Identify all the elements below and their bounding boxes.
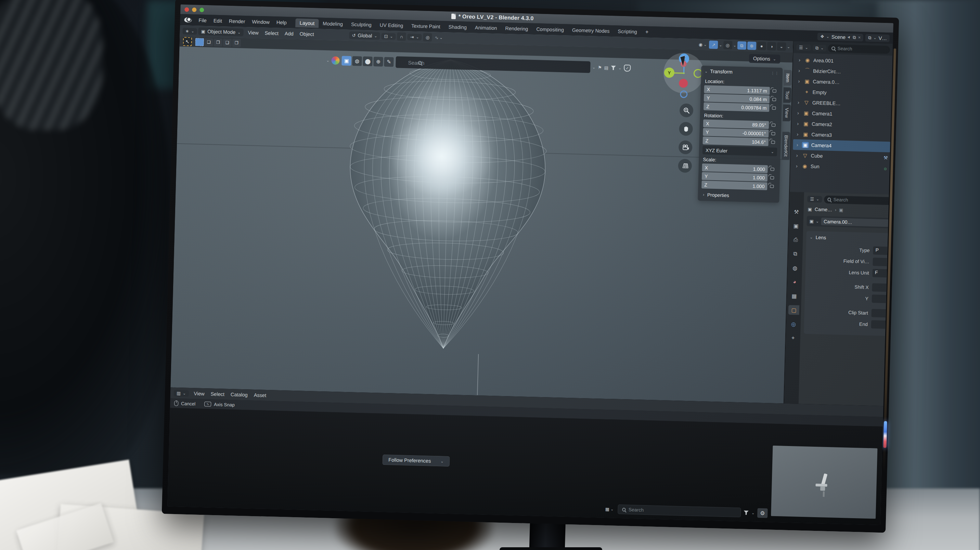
data-tab-icon[interactable]: ⌖ bbox=[788, 333, 799, 343]
show-overlays-toggle[interactable]: ◎ bbox=[723, 41, 732, 49]
properties-search[interactable] bbox=[824, 195, 889, 205]
chevron-down-icon[interactable]: ⌄ bbox=[816, 219, 819, 223]
property-value-field[interactable]: P bbox=[873, 246, 889, 255]
outliner-search[interactable] bbox=[828, 44, 890, 54]
select-mode-set-button[interactable] bbox=[196, 38, 204, 46]
viewlayer-tab-icon[interactable]: ⧉ bbox=[790, 249, 801, 259]
outliner-filter[interactable]: ⧉ ⌄ bbox=[813, 45, 827, 51]
mode-selector[interactable]: ▣ Object Mode ⌄ bbox=[198, 27, 243, 36]
viewport-menu-add[interactable]: Add bbox=[282, 30, 297, 38]
properties-search-input[interactable] bbox=[833, 197, 889, 204]
shading-material-button[interactable]: ◑ bbox=[767, 42, 776, 51]
minimize-window-button[interactable] bbox=[192, 7, 196, 12]
collapse-chevron-icon[interactable]: ⌄ bbox=[810, 235, 813, 239]
workspace-tab-rendering[interactable]: Rendering bbox=[501, 24, 533, 33]
rotation--z-field[interactable]: Z104.6° bbox=[703, 137, 768, 146]
chevron-down-icon[interactable]: ⌄ bbox=[751, 511, 755, 515]
outliner-item-sun[interactable]: ›◉Sun☼ bbox=[792, 161, 890, 173]
scale-x-field[interactable]: X1.000 bbox=[702, 164, 768, 173]
asset-editor-type[interactable]: ▥ ⌄ bbox=[174, 389, 189, 396]
filter-icon[interactable] bbox=[743, 510, 749, 515]
proportional-edit-toggle[interactable]: ◎ bbox=[423, 33, 432, 42]
xray-toggle[interactable]: ⧉ bbox=[737, 41, 747, 50]
select-box-tool-button[interactable]: ↖ bbox=[183, 37, 192, 46]
expander-icon[interactable]: › bbox=[795, 121, 800, 126]
sidebar-tab-view[interactable]: View bbox=[783, 104, 791, 121]
category-model-button[interactable]: ▣ bbox=[342, 56, 352, 66]
snap-toggle[interactable]: ∩ bbox=[397, 32, 406, 41]
import-method-dropdown[interactable]: Follow Preferences ⌄ bbox=[383, 455, 450, 467]
asset-menu-catalog[interactable]: Catalog bbox=[228, 391, 251, 399]
asset-menu-asset[interactable]: Asset bbox=[251, 391, 270, 399]
scale-z-field[interactable]: Z1.000 bbox=[702, 181, 767, 190]
camera-data-name-field[interactable]: Camera.00… bbox=[821, 218, 889, 227]
filter-icon[interactable] bbox=[611, 65, 616, 70]
zoom-window-button[interactable] bbox=[199, 8, 204, 12]
expander-icon[interactable]: › bbox=[795, 131, 800, 137]
shading-solid-button[interactable]: ● bbox=[757, 42, 767, 50]
asset-search[interactable] bbox=[617, 504, 741, 517]
collapse-chevron-icon[interactable]: ⌄ bbox=[326, 58, 329, 63]
expander-icon[interactable]: › bbox=[795, 163, 799, 168]
workspace-tab-shading[interactable]: Shading bbox=[444, 22, 471, 32]
shading-rendered-button[interactable]: ◒ bbox=[777, 43, 786, 51]
blenderkit-logo-icon[interactable] bbox=[331, 56, 340, 65]
workspace-tab-sculpting[interactable]: Sculpting bbox=[347, 19, 376, 29]
select-mode-invert-button[interactable]: ❑ bbox=[223, 39, 232, 47]
asset-menu-view[interactable]: View bbox=[191, 389, 208, 397]
collapse-chevron-icon[interactable]: ⌄ bbox=[705, 69, 708, 73]
expander-icon[interactable]: › bbox=[795, 152, 799, 158]
chevron-down-icon[interactable]: ⌄ bbox=[618, 66, 622, 70]
grid-ortho-button[interactable] bbox=[678, 159, 692, 173]
lock-open-icon[interactable] bbox=[770, 185, 774, 188]
property-value-field[interactable]: F bbox=[872, 269, 889, 278]
bookmark-icon[interactable]: ⚑ bbox=[598, 65, 602, 70]
viewlayer-selector[interactable]: ⧉ ⌄ V… bbox=[865, 34, 890, 42]
camera-view-button[interactable] bbox=[679, 140, 692, 154]
scene-tab-icon[interactable]: ◍ bbox=[789, 263, 801, 273]
location--y-field[interactable]: Y0.084 m bbox=[704, 94, 770, 103]
lock-open-icon[interactable] bbox=[770, 168, 774, 171]
panel-grip-icon[interactable]: ⋮⋮ bbox=[771, 71, 779, 75]
visibility-dropdown[interactable]: ◉ ⌄ bbox=[697, 40, 708, 49]
properties-editor-type[interactable]: ☰ ⌄ bbox=[807, 196, 822, 202]
scene-selector[interactable]: ❖ ⌄ Scene ➤ ⧉ × bbox=[818, 32, 864, 41]
asset-menu-select[interactable]: Select bbox=[207, 390, 228, 398]
expander-icon[interactable]: › bbox=[796, 110, 800, 116]
expander-icon[interactable]: › bbox=[795, 141, 799, 148]
viewport-menu-view[interactable]: View bbox=[245, 29, 262, 37]
sidebar-tab-blenderkit[interactable]: BlenderKit bbox=[781, 132, 790, 160]
snap-with-selector[interactable]: ⇥ ⌄ bbox=[407, 33, 422, 40]
workspace-tab-texture-paint[interactable]: Texture Paint bbox=[407, 21, 444, 31]
viewport-menu-object[interactable]: Object bbox=[296, 30, 317, 38]
world-tab-icon[interactable]: ◕ bbox=[789, 277, 800, 287]
options-button[interactable]: Options ⌄ bbox=[749, 54, 781, 64]
show-gizmos-toggle[interactable]: ↗ bbox=[709, 40, 718, 49]
asset-thumbnail[interactable] bbox=[812, 471, 837, 502]
expander-icon[interactable]: › bbox=[797, 67, 801, 73]
workspace-tab-geometry-nodes[interactable]: Geometry Nodes bbox=[568, 25, 614, 35]
verified-shield-icon[interactable]: ✓ bbox=[624, 65, 631, 72]
object-tab-icon[interactable]: ▢ bbox=[788, 305, 800, 315]
rotation--y-field[interactable]: Y-0.000001° bbox=[703, 128, 769, 138]
location--z-field[interactable]: Z0.009784 m bbox=[703, 102, 770, 112]
property-value-field[interactable] bbox=[873, 258, 889, 267]
sidebar-tab-item[interactable]: Item bbox=[784, 70, 792, 86]
render-tab-icon[interactable]: ▣ bbox=[791, 221, 802, 231]
chevron-down-icon[interactable]: ⌄ bbox=[592, 65, 596, 70]
outliner-search-input[interactable] bbox=[837, 46, 886, 52]
physics-tab-icon[interactable]: ◎ bbox=[788, 319, 799, 329]
x-axis-handle[interactable] bbox=[679, 79, 688, 88]
outliner-display-mode[interactable]: ☰ ⌄ bbox=[796, 44, 811, 51]
wireframe-balloon-object[interactable] bbox=[331, 47, 562, 368]
rotation--x-field[interactable]: X89.05° bbox=[703, 119, 769, 129]
pivot-point-selector[interactable]: ⊡ ⌄ bbox=[381, 33, 396, 40]
y-axis-handle[interactable]: Y bbox=[664, 67, 675, 78]
falloff-selector[interactable]: ∿ ⌄ bbox=[433, 33, 444, 42]
workspace-tab-uv-editing[interactable]: UV Editing bbox=[375, 20, 407, 30]
expander-icon[interactable]: › bbox=[797, 57, 802, 63]
category-scene-button[interactable]: ◍ bbox=[352, 56, 362, 66]
lock-open-icon[interactable] bbox=[771, 141, 775, 144]
pan-hand-button[interactable] bbox=[679, 122, 693, 136]
menu-edit[interactable]: Edit bbox=[210, 17, 226, 25]
